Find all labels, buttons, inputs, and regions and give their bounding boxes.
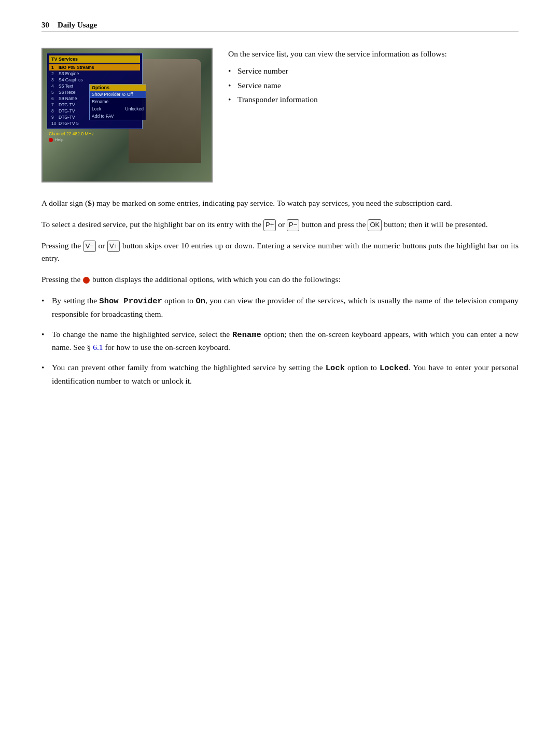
p-plus-button: P+ — [263, 219, 276, 231]
ok-button: OK — [368, 219, 382, 231]
v-minus-button: V− — [83, 241, 96, 252]
tv-screenshot: TV Services 1 IBO P05 Streams 2 S3 Engin… — [41, 48, 213, 182]
bullet-show-provider: By setting the Show Provider option to O… — [41, 294, 519, 321]
show-provider-term: Show Provider — [99, 297, 162, 306]
option-add-fav: Add to FAV — [90, 112, 146, 120]
service-item-1: 1 IBO P05 Streams — [49, 64, 140, 71]
option-show-provider: Show Provider ⊙ Off — [90, 91, 146, 98]
top-section: TV Services 1 IBO P05 Streams 2 S3 Engin… — [41, 48, 519, 182]
v-plus-button: V+ — [107, 241, 120, 252]
help-label: Help — [55, 137, 63, 142]
on-value: On — [195, 297, 205, 306]
page-header: 30 Daily Usage — [41, 21, 519, 32]
bullet-rename: To change the name the highlighted servi… — [41, 328, 519, 355]
service-info-list: Service number Service name Transponder … — [228, 65, 519, 105]
chapter-title: Daily Usage — [58, 21, 97, 30]
options-title: Options — [90, 85, 146, 91]
help-row: Help — [47, 137, 143, 143]
page-number: 30 — [41, 21, 49, 30]
service-item-2: 2 S3 Engine — [49, 71, 140, 77]
rename-term: Rename — [232, 330, 261, 340]
bullet-transponder-info: Transponder information — [228, 93, 519, 105]
service-list-intro: On the service list, you can view the se… — [228, 48, 519, 60]
lock-term: Lock — [326, 363, 345, 373]
channel-info: Channel 22 482.0 MHz — [47, 131, 143, 137]
p-minus-button: P− — [287, 219, 299, 231]
paragraph-select-service: To select a desired service, put the hig… — [41, 218, 519, 231]
options-bullet-list: By setting the Show Provider option to O… — [41, 294, 519, 388]
locked-value: Locked — [380, 363, 409, 373]
paragraph-dollar-sign: A dollar sign ($) may be marked on some … — [41, 197, 519, 210]
red-circle-icon — [83, 277, 90, 284]
bullet-service-number: Service number — [228, 65, 519, 77]
dollar-sign-symbol: $ — [88, 199, 92, 207]
red-button-icon — [49, 138, 53, 142]
bullet-service-name: Service name — [228, 79, 519, 91]
paragraph-pressing-v: Pressing the V− or V+ button skips over … — [41, 240, 519, 265]
option-lock: Lock Unlocked — [90, 105, 146, 112]
option-rename: Rename — [90, 98, 146, 105]
service-panel-title: TV Services — [49, 55, 140, 63]
options-panel: Options Show Provider ⊙ Off Rename Lock … — [89, 84, 146, 120]
service-item-10: 10 DTG-TV 5 — [49, 120, 140, 126]
service-item-3: 3 S4 Graphics — [49, 77, 140, 83]
section-6-1-link[interactable]: 6.1 — [93, 343, 103, 351]
top-right-description: On the service list, you can view the se… — [228, 48, 519, 182]
bullet-lock: You can prevent other family from watchi… — [41, 361, 519, 388]
paragraph-red-button: Pressing the button displays the additio… — [41, 273, 519, 286]
